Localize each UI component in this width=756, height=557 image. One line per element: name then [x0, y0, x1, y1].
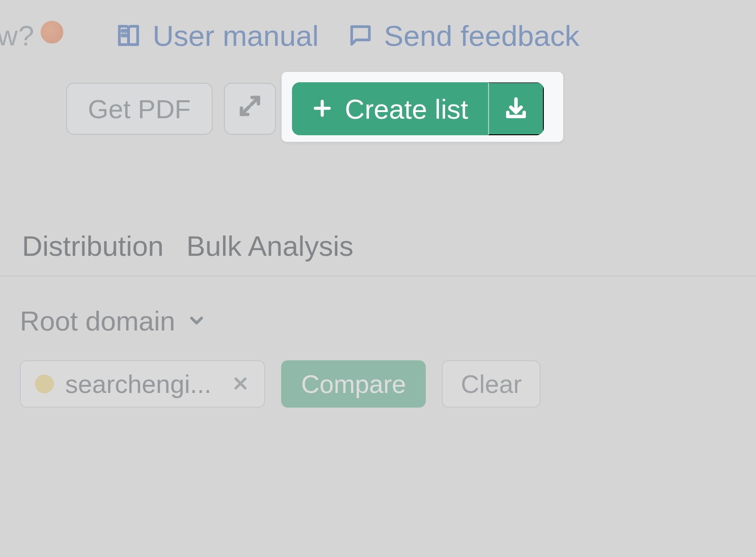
chips-row: searchengi... Compare Clear	[0, 360, 756, 408]
tab-distribution[interactable]: Distribution	[22, 230, 163, 262]
svg-point-0	[122, 30, 124, 32]
download-button[interactable]	[488, 82, 544, 135]
action-row: Get PDF Create list	[0, 82, 756, 135]
dropdown-row: Root domain	[0, 305, 756, 337]
chevron-down-icon	[187, 305, 206, 337]
svg-point-2	[125, 30, 127, 32]
create-list-button-group: Create list	[292, 82, 544, 135]
chip-color-dot-icon	[35, 374, 54, 393]
root-domain-dropdown[interactable]: Root domain	[20, 305, 206, 337]
compare-button[interactable]: Compare	[281, 360, 426, 408]
compare-label: Compare	[301, 370, 406, 398]
create-list-button[interactable]: Create list	[292, 82, 488, 135]
domain-chip-label: searchengi...	[65, 369, 211, 399]
plus-icon	[312, 93, 333, 125]
root-domain-label: Root domain	[20, 305, 175, 337]
domain-chip[interactable]: searchengi...	[20, 360, 265, 408]
tab-bulk-analysis[interactable]: Bulk Analysis	[187, 230, 354, 262]
get-pdf-button[interactable]: Get PDF	[66, 83, 213, 135]
feedback-icon	[347, 22, 374, 49]
user-manual-label: User manual	[153, 19, 318, 52]
clear-label: Clear	[461, 370, 522, 398]
expand-button[interactable]	[224, 83, 276, 135]
book-icon	[115, 22, 142, 49]
top-links-row: ew? User manual	[0, 14, 756, 57]
truncated-left-text: ew?	[0, 19, 34, 52]
svg-point-1	[122, 35, 124, 36]
download-icon	[504, 96, 528, 122]
notification-dot-icon	[41, 21, 63, 44]
expand-icon	[237, 93, 263, 125]
send-feedback-label: Send feedback	[384, 19, 580, 52]
create-list-label: Create list	[345, 93, 468, 125]
clear-button[interactable]: Clear	[442, 360, 541, 408]
svg-point-3	[125, 35, 127, 36]
chip-close-icon[interactable]	[231, 369, 250, 399]
get-pdf-label: Get PDF	[88, 94, 191, 124]
send-feedback-link[interactable]: Send feedback	[347, 19, 580, 52]
user-manual-link[interactable]: User manual	[115, 19, 318, 52]
tabs-row: o Distribution Bulk Analysis	[0, 230, 756, 277]
